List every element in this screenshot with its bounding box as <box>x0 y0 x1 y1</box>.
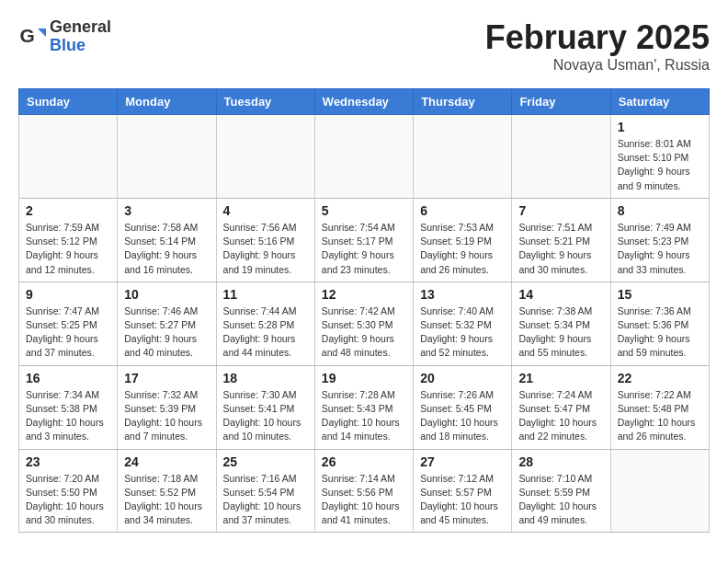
weekday-header-sunday: Sunday <box>19 89 118 115</box>
month-title: February 2025 <box>485 18 710 57</box>
calendar-cell: 28Sunrise: 7:10 AM Sunset: 5:59 PM Dayli… <box>512 449 610 533</box>
day-number: 25 <box>223 454 308 469</box>
day-info: Sunrise: 7:34 AM Sunset: 5:38 PM Dayligh… <box>26 388 110 444</box>
weekday-header-row: SundayMondayTuesdayWednesdayThursdayFrid… <box>19 89 710 115</box>
day-info: Sunrise: 7:32 AM Sunset: 5:39 PM Dayligh… <box>124 388 209 444</box>
day-info: Sunrise: 8:01 AM Sunset: 5:10 PM Dayligh… <box>618 137 702 193</box>
calendar-cell: 25Sunrise: 7:16 AM Sunset: 5:54 PM Dayli… <box>216 449 314 533</box>
calendar-cell: 17Sunrise: 7:32 AM Sunset: 5:39 PM Dayli… <box>118 365 216 449</box>
calendar-cell <box>314 115 413 199</box>
logo-general: General <box>50 18 111 37</box>
calendar-cell <box>610 449 709 533</box>
week-row-1: 1Sunrise: 8:01 AM Sunset: 5:10 PM Daylig… <box>19 115 710 199</box>
day-info: Sunrise: 7:36 AM Sunset: 5:36 PM Dayligh… <box>618 304 702 361</box>
day-info: Sunrise: 7:54 AM Sunset: 5:17 PM Dayligh… <box>322 221 406 277</box>
weekday-header-tuesday: Tuesday <box>216 89 314 115</box>
day-number: 13 <box>420 287 505 302</box>
logo-blue: Blue <box>50 37 111 55</box>
page-header: G General Blue February 2025 Novaya Usma… <box>18 18 710 74</box>
calendar-cell: 21Sunrise: 7:24 AM Sunset: 5:47 PM Dayli… <box>512 365 610 449</box>
weekday-header-monday: Monday <box>118 89 216 115</box>
day-number: 9 <box>26 287 110 302</box>
day-number: 26 <box>322 454 406 469</box>
day-info: Sunrise: 7:18 AM Sunset: 5:52 PM Dayligh… <box>124 472 209 528</box>
day-number: 24 <box>124 454 209 469</box>
day-info: Sunrise: 7:47 AM Sunset: 5:25 PM Dayligh… <box>26 304 110 361</box>
day-number: 3 <box>124 203 209 218</box>
day-info: Sunrise: 7:20 AM Sunset: 5:50 PM Dayligh… <box>26 472 110 528</box>
calendar-cell: 15Sunrise: 7:36 AM Sunset: 5:36 PM Dayli… <box>610 282 709 365</box>
calendar-cell: 10Sunrise: 7:46 AM Sunset: 5:27 PM Dayli… <box>118 282 216 365</box>
calendar-cell: 11Sunrise: 7:44 AM Sunset: 5:28 PM Dayli… <box>216 282 314 365</box>
location: Novaya Usman', Russia <box>485 57 710 74</box>
day-info: Sunrise: 7:44 AM Sunset: 5:28 PM Dayligh… <box>223 304 308 361</box>
calendar-cell: 5Sunrise: 7:54 AM Sunset: 5:17 PM Daylig… <box>314 198 413 282</box>
day-number: 8 <box>618 203 702 218</box>
day-info: Sunrise: 7:14 AM Sunset: 5:56 PM Dayligh… <box>322 472 406 528</box>
calendar-cell: 14Sunrise: 7:38 AM Sunset: 5:34 PM Dayli… <box>512 282 610 365</box>
weekday-header-saturday: Saturday <box>610 89 709 115</box>
day-number: 14 <box>518 287 603 302</box>
calendar-cell: 26Sunrise: 7:14 AM Sunset: 5:56 PM Dayli… <box>314 449 413 533</box>
day-info: Sunrise: 7:26 AM Sunset: 5:45 PM Dayligh… <box>420 388 505 444</box>
day-info: Sunrise: 7:22 AM Sunset: 5:48 PM Dayligh… <box>618 388 702 444</box>
calendar-cell: 6Sunrise: 7:53 AM Sunset: 5:19 PM Daylig… <box>414 198 512 282</box>
day-number: 11 <box>223 287 308 302</box>
day-number: 1 <box>618 120 702 134</box>
calendar-cell <box>414 115 512 199</box>
day-info: Sunrise: 7:16 AM Sunset: 5:54 PM Dayligh… <box>223 472 308 528</box>
week-row-4: 16Sunrise: 7:34 AM Sunset: 5:38 PM Dayli… <box>19 365 710 449</box>
day-info: Sunrise: 7:58 AM Sunset: 5:14 PM Dayligh… <box>124 221 209 277</box>
day-info: Sunrise: 7:59 AM Sunset: 5:12 PM Dayligh… <box>26 221 110 277</box>
calendar-cell: 2Sunrise: 7:59 AM Sunset: 5:12 PM Daylig… <box>19 198 118 282</box>
day-info: Sunrise: 7:30 AM Sunset: 5:41 PM Dayligh… <box>223 388 308 444</box>
day-number: 7 <box>518 203 603 218</box>
day-info: Sunrise: 7:40 AM Sunset: 5:32 PM Dayligh… <box>420 304 505 361</box>
day-info: Sunrise: 7:51 AM Sunset: 5:21 PM Dayligh… <box>518 221 603 277</box>
calendar-cell: 7Sunrise: 7:51 AM Sunset: 5:21 PM Daylig… <box>512 198 610 282</box>
day-info: Sunrise: 7:42 AM Sunset: 5:30 PM Dayligh… <box>322 304 406 361</box>
day-number: 5 <box>322 203 406 218</box>
calendar-table: SundayMondayTuesdayWednesdayThursdayFrid… <box>18 88 710 533</box>
calendar-cell: 4Sunrise: 7:56 AM Sunset: 5:16 PM Daylig… <box>216 198 314 282</box>
day-number: 28 <box>518 454 603 469</box>
day-number: 15 <box>618 287 702 302</box>
day-info: Sunrise: 7:24 AM Sunset: 5:47 PM Dayligh… <box>518 388 603 444</box>
calendar-cell: 24Sunrise: 7:18 AM Sunset: 5:52 PM Dayli… <box>118 449 216 533</box>
calendar-cell: 20Sunrise: 7:26 AM Sunset: 5:45 PM Dayli… <box>414 365 512 449</box>
weekday-header-thursday: Thursday <box>414 89 512 115</box>
calendar-cell: 18Sunrise: 7:30 AM Sunset: 5:41 PM Dayli… <box>216 365 314 449</box>
day-number: 4 <box>223 203 308 218</box>
calendar-cell <box>19 115 118 199</box>
calendar-cell: 1Sunrise: 8:01 AM Sunset: 5:10 PM Daylig… <box>610 115 709 199</box>
weekday-header-friday: Friday <box>512 89 610 115</box>
day-number: 6 <box>420 203 505 218</box>
logo-icon: G <box>18 23 46 51</box>
day-number: 23 <box>26 454 110 469</box>
logo: G General Blue <box>18 18 111 55</box>
calendar-cell <box>512 115 610 199</box>
calendar-cell: 19Sunrise: 7:28 AM Sunset: 5:43 PM Dayli… <box>314 365 413 449</box>
day-info: Sunrise: 7:12 AM Sunset: 5:57 PM Dayligh… <box>420 472 505 528</box>
calendar-cell: 23Sunrise: 7:20 AM Sunset: 5:50 PM Dayli… <box>19 449 118 533</box>
calendar-cell: 16Sunrise: 7:34 AM Sunset: 5:38 PM Dayli… <box>19 365 118 449</box>
svg-text:G: G <box>20 25 35 46</box>
calendar-cell: 22Sunrise: 7:22 AM Sunset: 5:48 PM Dayli… <box>610 365 709 449</box>
week-row-2: 2Sunrise: 7:59 AM Sunset: 5:12 PM Daylig… <box>19 198 710 282</box>
day-info: Sunrise: 7:49 AM Sunset: 5:23 PM Dayligh… <box>618 221 702 277</box>
day-number: 17 <box>124 371 209 385</box>
day-info: Sunrise: 7:38 AM Sunset: 5:34 PM Dayligh… <box>518 304 603 361</box>
day-info: Sunrise: 7:53 AM Sunset: 5:19 PM Dayligh… <box>420 221 505 277</box>
day-number: 18 <box>223 371 308 385</box>
day-number: 16 <box>26 371 110 385</box>
day-info: Sunrise: 7:28 AM Sunset: 5:43 PM Dayligh… <box>322 388 406 444</box>
calendar-cell <box>216 115 314 199</box>
calendar-cell: 12Sunrise: 7:42 AM Sunset: 5:30 PM Dayli… <box>314 282 413 365</box>
calendar-cell: 3Sunrise: 7:58 AM Sunset: 5:14 PM Daylig… <box>118 198 216 282</box>
day-number: 20 <box>420 371 505 385</box>
svg-marker-1 <box>38 29 46 37</box>
title-block: February 2025 Novaya Usman', Russia <box>485 18 710 74</box>
day-number: 22 <box>618 371 702 385</box>
calendar-cell: 13Sunrise: 7:40 AM Sunset: 5:32 PM Dayli… <box>414 282 512 365</box>
day-info: Sunrise: 7:46 AM Sunset: 5:27 PM Dayligh… <box>124 304 209 361</box>
